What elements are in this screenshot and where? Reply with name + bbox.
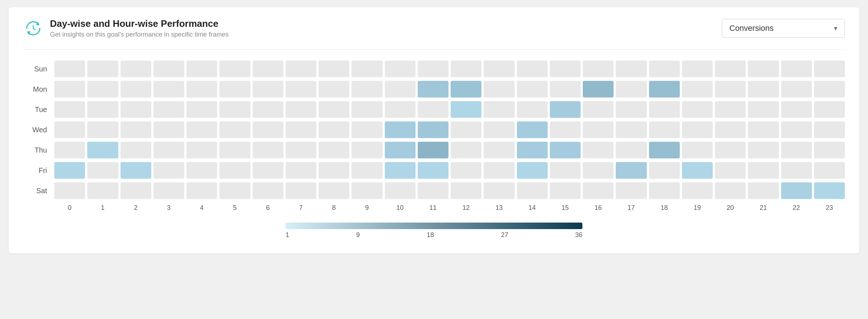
heat-cell-fri-17[interactable] xyxy=(616,162,646,179)
heat-cell-thu-23[interactable] xyxy=(814,142,845,158)
heat-cell-thu-21[interactable] xyxy=(748,142,779,158)
heat-cell-thu-14[interactable] xyxy=(517,142,548,158)
heat-cell-fri-11[interactable] xyxy=(418,162,448,179)
heat-cell-sat-12[interactable] xyxy=(451,182,481,199)
heat-cell-thu-19[interactable] xyxy=(682,142,713,158)
heat-cell-thu-22[interactable] xyxy=(781,142,812,158)
heat-cell-sun-7[interactable] xyxy=(286,61,316,77)
heat-cell-mon-17[interactable] xyxy=(616,81,646,98)
heat-cell-thu-12[interactable] xyxy=(451,142,481,158)
heat-cell-mon-19[interactable] xyxy=(682,81,713,98)
heat-cell-fri-10[interactable] xyxy=(385,162,416,179)
heat-cell-thu-20[interactable] xyxy=(715,142,746,158)
heat-cell-tue-0[interactable] xyxy=(54,101,85,118)
heat-cell-sun-22[interactable] xyxy=(781,61,812,77)
heat-cell-mon-13[interactable] xyxy=(484,81,514,98)
heat-cell-sat-16[interactable] xyxy=(583,182,614,199)
heat-cell-thu-13[interactable] xyxy=(484,142,514,158)
heat-cell-wed-13[interactable] xyxy=(484,121,514,138)
heat-cell-thu-7[interactable] xyxy=(286,142,316,158)
heat-cell-thu-1[interactable] xyxy=(87,142,118,158)
heat-cell-thu-9[interactable] xyxy=(351,142,382,158)
heat-cell-tue-9[interactable] xyxy=(351,101,382,118)
heat-cell-sun-11[interactable] xyxy=(418,61,448,77)
heat-cell-tue-5[interactable] xyxy=(219,101,250,118)
heat-cell-mon-23[interactable] xyxy=(814,81,845,98)
heat-cell-tue-12[interactable] xyxy=(451,101,481,118)
heat-cell-sat-7[interactable] xyxy=(286,182,316,199)
heat-cell-wed-17[interactable] xyxy=(616,121,646,138)
heat-cell-sat-6[interactable] xyxy=(253,182,283,199)
heat-cell-tue-15[interactable] xyxy=(550,101,581,118)
heat-cell-sat-9[interactable] xyxy=(351,182,382,199)
heat-cell-fri-9[interactable] xyxy=(351,162,382,179)
heat-cell-wed-23[interactable] xyxy=(814,121,845,138)
heat-cell-wed-14[interactable] xyxy=(517,121,548,138)
heat-cell-mon-1[interactable] xyxy=(87,81,118,98)
heat-cell-sun-16[interactable] xyxy=(583,61,614,77)
heat-cell-wed-16[interactable] xyxy=(583,121,614,138)
heat-cell-sat-20[interactable] xyxy=(715,182,746,199)
heat-cell-thu-18[interactable] xyxy=(649,142,680,158)
heat-cell-fri-4[interactable] xyxy=(186,162,217,179)
heat-cell-thu-17[interactable] xyxy=(616,142,646,158)
heat-cell-mon-0[interactable] xyxy=(54,81,85,98)
heat-cell-sun-4[interactable] xyxy=(186,61,217,77)
heat-cell-wed-21[interactable] xyxy=(748,121,779,138)
heat-cell-wed-11[interactable] xyxy=(418,121,448,138)
heat-cell-mon-12[interactable] xyxy=(451,81,481,98)
heat-cell-wed-12[interactable] xyxy=(451,121,481,138)
heat-cell-fri-8[interactable] xyxy=(319,162,349,179)
heat-cell-wed-22[interactable] xyxy=(781,121,812,138)
heat-cell-wed-15[interactable] xyxy=(550,121,581,138)
heat-cell-sat-11[interactable] xyxy=(418,182,448,199)
heat-cell-thu-0[interactable] xyxy=(54,142,85,158)
heat-cell-sun-10[interactable] xyxy=(385,61,416,77)
heat-cell-fri-13[interactable] xyxy=(484,162,514,179)
heat-cell-mon-22[interactable] xyxy=(781,81,812,98)
heat-cell-wed-10[interactable] xyxy=(385,121,416,138)
heat-cell-tue-11[interactable] xyxy=(418,101,448,118)
heat-cell-fri-18[interactable] xyxy=(649,162,680,179)
heat-cell-wed-9[interactable] xyxy=(351,121,382,138)
heat-cell-sun-14[interactable] xyxy=(517,61,548,77)
heat-cell-mon-9[interactable] xyxy=(351,81,382,98)
heat-cell-mon-18[interactable] xyxy=(649,81,680,98)
heat-cell-sun-8[interactable] xyxy=(319,61,349,77)
heat-cell-sat-15[interactable] xyxy=(550,182,581,199)
heat-cell-tue-23[interactable] xyxy=(814,101,845,118)
heat-cell-mon-10[interactable] xyxy=(385,81,416,98)
heat-cell-tue-10[interactable] xyxy=(385,101,416,118)
heat-cell-mon-14[interactable] xyxy=(517,81,548,98)
heat-cell-wed-18[interactable] xyxy=(649,121,680,138)
heat-cell-sun-3[interactable] xyxy=(153,61,184,77)
heat-cell-tue-6[interactable] xyxy=(253,101,283,118)
heat-cell-fri-5[interactable] xyxy=(219,162,250,179)
heat-cell-mon-21[interactable] xyxy=(748,81,779,98)
heat-cell-thu-8[interactable] xyxy=(319,142,349,158)
heat-cell-mon-6[interactable] xyxy=(253,81,283,98)
heat-cell-fri-0[interactable] xyxy=(54,162,85,179)
heat-cell-thu-4[interactable] xyxy=(186,142,217,158)
heat-cell-fri-7[interactable] xyxy=(286,162,316,179)
heat-cell-sat-2[interactable] xyxy=(121,182,151,199)
heat-cell-tue-4[interactable] xyxy=(186,101,217,118)
heat-cell-fri-19[interactable] xyxy=(682,162,713,179)
heat-cell-sat-0[interactable] xyxy=(54,182,85,199)
heat-cell-thu-15[interactable] xyxy=(550,142,581,158)
heat-cell-sun-20[interactable] xyxy=(715,61,746,77)
heat-cell-mon-4[interactable] xyxy=(186,81,217,98)
heat-cell-tue-19[interactable] xyxy=(682,101,713,118)
heat-cell-tue-16[interactable] xyxy=(583,101,614,118)
heat-cell-sat-10[interactable] xyxy=(385,182,416,199)
heat-cell-sun-19[interactable] xyxy=(682,61,713,77)
heat-cell-sun-0[interactable] xyxy=(54,61,85,77)
heat-cell-fri-3[interactable] xyxy=(153,162,184,179)
heat-cell-tue-20[interactable] xyxy=(715,101,746,118)
heat-cell-sat-3[interactable] xyxy=(153,182,184,199)
heat-cell-wed-20[interactable] xyxy=(715,121,746,138)
heat-cell-mon-11[interactable] xyxy=(418,81,448,98)
heat-cell-fri-20[interactable] xyxy=(715,162,746,179)
heat-cell-sat-1[interactable] xyxy=(87,182,118,199)
heat-cell-sun-2[interactable] xyxy=(121,61,151,77)
